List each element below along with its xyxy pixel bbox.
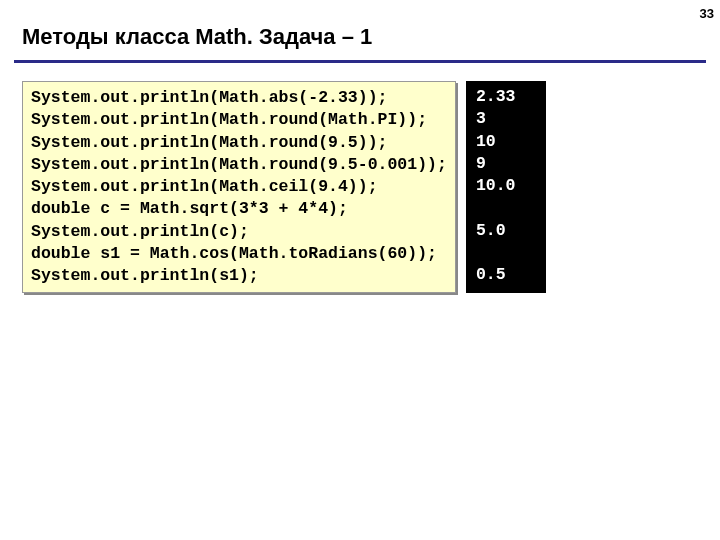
content-row: System.out.println(Math.abs(-2.33)); Sys… [0,81,720,293]
output-block: 2.33 3 10 9 10.0 5.0 0.5 [466,81,546,293]
page-title: Методы класса Math. Задача – 1 [0,0,720,60]
page-number: 33 [700,6,714,21]
title-underline [14,60,706,63]
code-block: System.out.println(Math.abs(-2.33)); Sys… [22,81,456,293]
